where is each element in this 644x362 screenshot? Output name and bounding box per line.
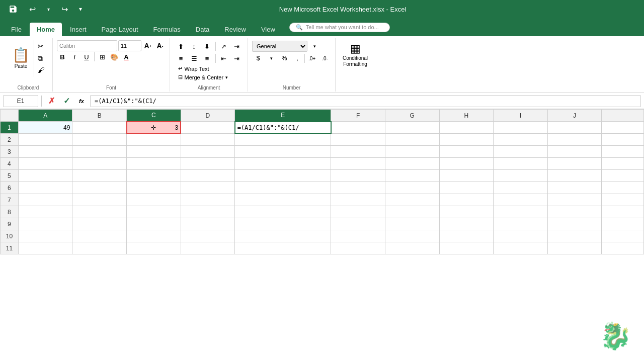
tell-me-box[interactable]: 🔍 Tell me what you want to do... xyxy=(289,23,390,32)
tab-home[interactable]: Home xyxy=(30,23,62,36)
cell-i6[interactable] xyxy=(494,182,548,194)
cell-h6[interactable] xyxy=(439,182,494,194)
font-color-button[interactable]: A xyxy=(121,51,132,62)
cell-k7[interactable] xyxy=(602,194,644,206)
merge-center-button[interactable]: ⊟ Merge & Center ▾ xyxy=(175,73,231,81)
cell-f11[interactable] xyxy=(331,242,385,254)
cell-k1[interactable] xyxy=(602,122,644,134)
col-header-j[interactable]: J xyxy=(547,110,602,122)
cell-d4[interactable] xyxy=(181,158,235,170)
cell-f5[interactable] xyxy=(331,170,385,182)
cell-j5[interactable] xyxy=(547,170,602,182)
cell-g7[interactable] xyxy=(385,194,440,206)
cell-b2[interactable] xyxy=(72,134,127,146)
cell-i9[interactable] xyxy=(494,218,548,230)
accounting-dropdown-icon[interactable]: ▾ xyxy=(265,52,277,64)
angle-text-button[interactable]: ↗ xyxy=(218,40,230,52)
cell-d8[interactable] xyxy=(181,206,235,218)
row-num-11[interactable]: 11 xyxy=(1,242,19,254)
cell-b3[interactable] xyxy=(72,146,127,158)
corner-header[interactable] xyxy=(1,110,19,122)
cancel-formula-button[interactable]: ✗ xyxy=(45,95,58,108)
col-header-e[interactable]: E xyxy=(235,110,331,122)
cell-h1[interactable] xyxy=(439,122,494,134)
cut-button[interactable]: ✂ xyxy=(36,41,46,52)
cell-g6[interactable] xyxy=(385,182,440,194)
cell-h7[interactable] xyxy=(439,194,494,206)
cell-i11[interactable] xyxy=(494,242,548,254)
save-icon[interactable] xyxy=(6,2,20,16)
cell-k11[interactable] xyxy=(602,242,644,254)
cell-e6[interactable] xyxy=(235,182,331,194)
cell-d9[interactable] xyxy=(181,218,235,230)
cell-reference-input[interactable] xyxy=(3,95,38,107)
cell-j9[interactable] xyxy=(547,218,602,230)
align-left-button[interactable]: ≡ xyxy=(175,52,187,64)
cell-a9[interactable] xyxy=(18,218,72,230)
cell-i8[interactable] xyxy=(494,206,548,218)
number-dropdown-icon[interactable]: ▾ xyxy=(308,40,320,52)
cell-e10[interactable] xyxy=(235,230,331,242)
tab-file[interactable]: File xyxy=(4,23,29,36)
fill-color-button[interactable]: 🎨 xyxy=(109,51,120,62)
font-name-input[interactable] xyxy=(57,40,117,51)
tab-view[interactable]: View xyxy=(254,23,282,36)
row-num-4[interactable]: 4 xyxy=(1,158,19,170)
cell-j4[interactable] xyxy=(547,158,602,170)
confirm-formula-button[interactable]: ✓ xyxy=(60,95,73,108)
col-header-b[interactable]: B xyxy=(72,110,127,122)
comma-button[interactable]: , xyxy=(291,52,303,64)
cell-c4[interactable] xyxy=(127,158,181,170)
font-size-input[interactable] xyxy=(118,40,141,51)
conditional-format-button[interactable]: ▦ ConditionalFormatting xyxy=(340,40,371,69)
cell-b1[interactable] xyxy=(72,122,127,134)
cell-b11[interactable] xyxy=(72,242,127,254)
cell-h9[interactable] xyxy=(439,218,494,230)
cell-i7[interactable] xyxy=(494,194,548,206)
row-num-8[interactable]: 8 xyxy=(1,206,19,218)
cell-g11[interactable] xyxy=(385,242,440,254)
cell-c11[interactable] xyxy=(127,242,181,254)
row-num-2[interactable]: 2 xyxy=(1,134,19,146)
number-format-select[interactable]: General Number Currency Date Text xyxy=(252,41,307,52)
cell-j11[interactable] xyxy=(547,242,602,254)
cell-g2[interactable] xyxy=(385,134,440,146)
cell-e11[interactable] xyxy=(235,242,331,254)
borders-button[interactable]: ⊞ xyxy=(97,51,108,62)
cell-i10[interactable] xyxy=(494,230,548,242)
cell-a4[interactable] xyxy=(18,158,72,170)
cell-h3[interactable] xyxy=(439,146,494,158)
cell-f8[interactable] xyxy=(331,206,385,218)
cell-k4[interactable] xyxy=(602,158,644,170)
row-num-5[interactable]: 5 xyxy=(1,170,19,182)
cell-d7[interactable] xyxy=(181,194,235,206)
redo-icon[interactable]: ↪ xyxy=(57,2,71,16)
cell-h5[interactable] xyxy=(439,170,494,182)
paste-button[interactable]: 📋 Paste xyxy=(8,40,34,77)
cell-f7[interactable] xyxy=(331,194,385,206)
cell-b8[interactable] xyxy=(72,206,127,218)
cell-h10[interactable] xyxy=(439,230,494,242)
cell-j1[interactable] xyxy=(547,122,602,134)
shrink-font-button[interactable]: A- xyxy=(154,40,166,51)
cell-b10[interactable] xyxy=(72,230,127,242)
cell-a5[interactable] xyxy=(18,170,72,182)
tab-review[interactable]: Review xyxy=(217,23,253,36)
cell-e1[interactable]: =(A1/C1)&":"&(C1/ xyxy=(235,122,331,134)
cell-d6[interactable] xyxy=(181,182,235,194)
cell-c10[interactable] xyxy=(127,230,181,242)
tab-formulas[interactable]: Formulas xyxy=(146,23,188,36)
cell-f9[interactable] xyxy=(331,218,385,230)
cell-d3[interactable] xyxy=(181,146,235,158)
align-center-button[interactable]: ☰ xyxy=(188,52,200,64)
cell-e9[interactable] xyxy=(235,218,331,230)
col-header-more[interactable] xyxy=(602,110,644,122)
col-header-c[interactable]: C xyxy=(127,110,181,122)
cell-e8[interactable] xyxy=(235,206,331,218)
wrap-text-button[interactable]: ↵ Wrap Text xyxy=(175,64,212,73)
row-num-10[interactable]: 10 xyxy=(1,230,19,242)
col-header-d[interactable]: D xyxy=(181,110,235,122)
merge-dropdown-icon[interactable]: ▾ xyxy=(225,75,228,80)
cell-f6[interactable] xyxy=(331,182,385,194)
cell-j2[interactable] xyxy=(547,134,602,146)
